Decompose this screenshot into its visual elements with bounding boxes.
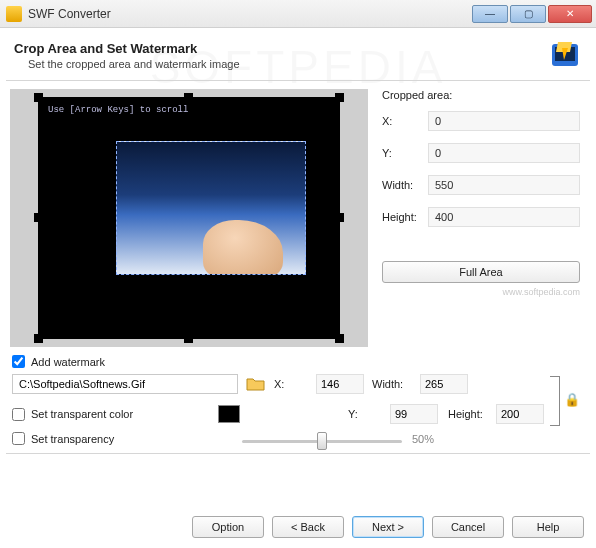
- crop-handle-tl[interactable]: [34, 93, 43, 102]
- help-button[interactable]: Help: [512, 516, 584, 538]
- wm-y-label: Y:: [348, 408, 386, 420]
- transparency-percent: 50%: [412, 433, 434, 445]
- set-transparent-color-checkbox[interactable]: [12, 408, 25, 421]
- crop-handle-tm[interactable]: [184, 93, 193, 102]
- close-button[interactable]: ✕: [548, 5, 592, 23]
- page-title: Crop Area and Set Watermark: [14, 41, 240, 56]
- window-title: SWF Converter: [28, 7, 470, 21]
- preview-canvas[interactable]: Use [Arrow Keys] to scroll: [38, 97, 340, 339]
- crop-x-input[interactable]: [428, 111, 580, 131]
- full-area-button[interactable]: Full Area: [382, 261, 580, 283]
- add-watermark-label: Add watermark: [31, 356, 105, 368]
- crop-handle-bl[interactable]: [34, 334, 43, 343]
- wm-y-input[interactable]: [390, 404, 438, 424]
- crop-width-label: Width:: [382, 179, 428, 191]
- option-button[interactable]: Option: [192, 516, 264, 538]
- divider: [6, 453, 590, 454]
- back-button[interactable]: < Back: [272, 516, 344, 538]
- set-transparent-color-label: Set transparent color: [31, 408, 133, 420]
- crop-width-input[interactable]: [428, 175, 580, 195]
- next-button[interactable]: Next >: [352, 516, 424, 538]
- wm-width-input[interactable]: [420, 374, 468, 394]
- wm-height-label: Height:: [448, 408, 492, 420]
- crop-handle-ml[interactable]: [34, 213, 43, 222]
- crop-height-label: Height:: [382, 211, 428, 223]
- crop-preview[interactable]: Use [Arrow Keys] to scroll: [10, 89, 368, 347]
- maximize-button[interactable]: ▢: [510, 5, 546, 23]
- crop-handle-bm[interactable]: [184, 334, 193, 343]
- divider: [6, 80, 590, 81]
- crop-y-input[interactable]: [428, 143, 580, 163]
- page-subtitle: Set the cropped area and watermark image: [14, 56, 240, 70]
- crop-y-label: Y:: [382, 147, 428, 159]
- app-logo-icon: [548, 38, 582, 72]
- footer-buttons: Option < Back Next > Cancel Help: [192, 516, 584, 538]
- app-icon: [6, 6, 22, 22]
- wm-width-label: Width:: [372, 378, 416, 390]
- transparency-slider[interactable]: [242, 440, 402, 443]
- minimize-button[interactable]: —: [472, 5, 508, 23]
- watermark-path-input[interactable]: [12, 374, 238, 394]
- crop-handle-br[interactable]: [335, 334, 344, 343]
- set-transparency-checkbox[interactable]: [12, 432, 25, 445]
- transparent-color-swatch[interactable]: [218, 405, 240, 423]
- wm-x-input[interactable]: [316, 374, 364, 394]
- title-bar: SWF Converter — ▢ ✕: [0, 0, 596, 28]
- preview-hint: Use [Arrow Keys] to scroll: [48, 105, 188, 115]
- cropped-area-label: Cropped area:: [382, 89, 580, 101]
- credit-text: www.softpedia.com: [382, 287, 580, 297]
- crop-handle-mr[interactable]: [335, 213, 344, 222]
- set-transparency-label: Set transparency: [31, 433, 114, 445]
- cancel-button[interactable]: Cancel: [432, 516, 504, 538]
- wm-x-label: X:: [274, 378, 312, 390]
- wm-height-input[interactable]: [496, 404, 544, 424]
- browse-icon[interactable]: [246, 375, 266, 393]
- crop-x-label: X:: [382, 115, 428, 127]
- crop-height-input[interactable]: [428, 207, 580, 227]
- page-header: Crop Area and Set Watermark Set the crop…: [0, 28, 596, 78]
- crop-handle-tr[interactable]: [335, 93, 344, 102]
- add-watermark-checkbox[interactable]: [12, 355, 25, 368]
- crop-selection[interactable]: [116, 141, 306, 275]
